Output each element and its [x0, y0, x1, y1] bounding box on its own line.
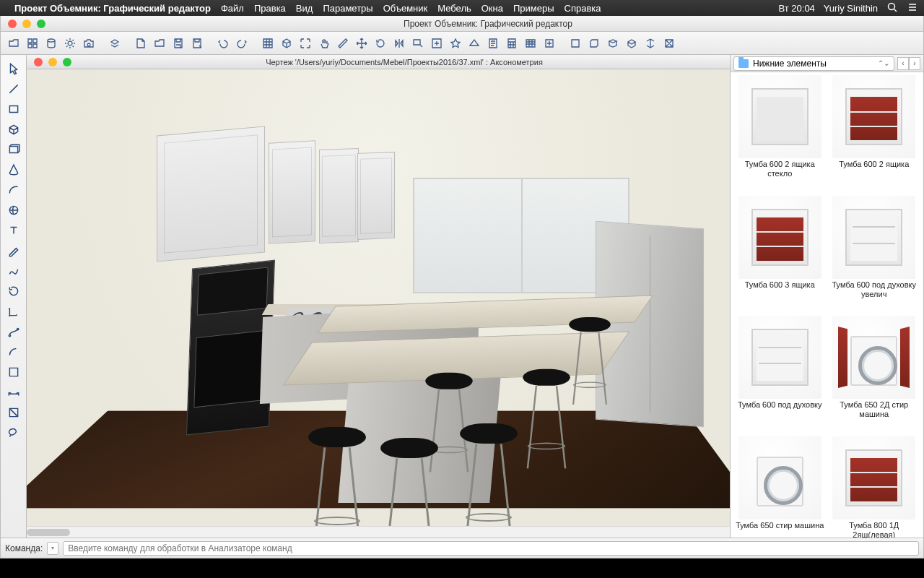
- catalog-item-label: Тумба 600 3 ящика: [733, 280, 827, 290]
- window-zoom-icon[interactable]: [37, 20, 45, 28]
- menu-mebel[interactable]: Мебель: [437, 3, 471, 14]
- notification-center-icon[interactable]: [907, 1, 918, 15]
- tool-axo[interactable]: [642, 35, 659, 52]
- tool-layer-new[interactable]: [106, 35, 123, 52]
- tool-mirror[interactable]: [391, 35, 408, 52]
- status-clock: Вт 20:04: [779, 3, 815, 14]
- tool-report[interactable]: [484, 35, 502, 52]
- tool-hand[interactable]: [315, 35, 333, 52]
- tool-db[interactable]: [43, 35, 60, 52]
- tool-rotate[interactable]: [372, 35, 389, 52]
- ltool-line[interactable]: [6, 81, 22, 97]
- window-close-icon[interactable]: [8, 20, 17, 28]
- catalog-item-label: Тумба 600 под духовку: [733, 400, 827, 410]
- tool-save-as[interactable]: [188, 35, 206, 52]
- ltool-pointer[interactable]: [6, 61, 22, 77]
- command-input[interactable]: [63, 541, 919, 556]
- svg-line-1: [894, 9, 897, 12]
- ltool-box3d[interactable]: [6, 121, 22, 137]
- catalog-item-label: Тумба 650 стир машина: [733, 521, 827, 530]
- window-titlebar[interactable]: Проект Объемник: Графический редактор: [1, 16, 923, 32]
- macos-menubar: Проект Объемник: Графический редактор Фа…: [0, 0, 924, 16]
- tool-save[interactable]: [170, 35, 187, 52]
- ltool-edge[interactable]: [6, 344, 22, 360]
- viewport-3d[interactable]: [27, 69, 730, 558]
- tool-open2[interactable]: [151, 35, 168, 52]
- menu-file[interactable]: Файл: [221, 3, 244, 14]
- ltool-text[interactable]: [6, 223, 22, 238]
- tool-move[interactable]: [353, 35, 370, 52]
- tool-wire[interactable]: [661, 35, 678, 52]
- catalog-panel: Нижние элементы ⌃⌄ ‹ › Тумба 600 2 ящика…: [730, 55, 923, 558]
- tool-zoom-win[interactable]: [409, 35, 427, 52]
- spotlight-icon[interactable]: [886, 1, 898, 15]
- tool-top[interactable]: [604, 35, 622, 52]
- tool-undo[interactable]: [214, 35, 232, 52]
- tool-iso[interactable]: [623, 35, 640, 52]
- tool-calc[interactable]: [503, 35, 520, 52]
- tool-measure[interactable]: [334, 35, 352, 52]
- window-minimize-icon[interactable]: [22, 20, 31, 28]
- tool-redo[interactable]: [233, 35, 250, 52]
- catalog-item[interactable]: Тумба 600 под духовку увелич: [828, 196, 921, 315]
- ltool-section[interactable]: [6, 405, 22, 420]
- doc-zoom-icon[interactable]: [63, 58, 71, 66]
- ltool-dim[interactable]: [6, 384, 22, 400]
- catalog-item-label: Тумба 600 под духовку увелич: [828, 280, 921, 299]
- ltool-cone[interactable]: [6, 162, 22, 178]
- ltool-pen[interactable]: [6, 243, 22, 259]
- ltool-sphere[interactable]: [6, 202, 22, 218]
- catalog-item[interactable]: Тумба 600 под духовку: [733, 316, 827, 435]
- menu-help[interactable]: Справка: [565, 3, 601, 14]
- catalog-item[interactable]: Тумба 600 2 ящика стекло: [733, 75, 827, 194]
- tool-table[interactable]: [522, 35, 539, 52]
- command-history-button[interactable]: ▾: [47, 542, 58, 555]
- menu-examples[interactable]: Примеры: [513, 3, 554, 14]
- tool-camera[interactable]: [80, 35, 97, 52]
- document-titlebar[interactable]: Чертеж '/Users/yuriy/Documents/Mebel/Про…: [27, 55, 730, 69]
- menu-edit[interactable]: Правка: [254, 3, 286, 14]
- command-label: Команда:: [5, 543, 43, 553]
- catalog-item[interactable]: Тумба 650 2Д стир машина: [828, 316, 921, 435]
- tool-front[interactable]: [567, 35, 584, 52]
- doc-close-icon[interactable]: [34, 58, 43, 66]
- tool-box[interactable]: [278, 35, 295, 52]
- menu-params[interactable]: Параметры: [323, 3, 372, 14]
- tool-new[interactable]: [132, 35, 149, 52]
- ltool-rect[interactable]: [6, 101, 22, 117]
- tool-add[interactable]: [541, 35, 558, 52]
- tool-apps[interactable]: [24, 35, 41, 52]
- ltool-path[interactable]: [6, 324, 22, 340]
- menu-obemnik[interactable]: Объемник: [383, 3, 428, 14]
- menu-windows[interactable]: Окна: [481, 3, 503, 14]
- catalog-prev-button[interactable]: ‹: [897, 57, 909, 70]
- ltool-crop[interactable]: [6, 364, 22, 380]
- doc-minimize-icon[interactable]: [48, 58, 57, 66]
- left-toolbar: [1, 55, 27, 558]
- ltool-face[interactable]: [6, 142, 22, 158]
- catalog-grid: Тумба 600 2 ящика стеклоТумба 600 2 ящик…: [731, 72, 923, 558]
- canvas-scrollbar-horizontal[interactable]: [27, 526, 730, 538]
- tool-zoom-fit[interactable]: [428, 35, 445, 52]
- ltool-arc[interactable]: [6, 182, 22, 198]
- tool-grid[interactable]: [259, 35, 276, 52]
- tool-open[interactable]: [5, 35, 22, 52]
- tool-gear[interactable]: [61, 35, 79, 52]
- catalog-item-label: Тумба 650 2Д стир машина: [828, 400, 921, 419]
- tool-expand[interactable]: [297, 35, 314, 52]
- tool-side[interactable]: [585, 35, 603, 52]
- menu-view[interactable]: Вид: [296, 3, 313, 14]
- catalog-category-label: Нижние элементы: [753, 59, 827, 69]
- app-name[interactable]: Проект Объемник: Графический редактор: [14, 3, 211, 14]
- catalog-item[interactable]: Тумба 600 3 ящика: [733, 196, 827, 315]
- catalog-category-select[interactable]: Нижние элементы ⌃⌄: [733, 56, 894, 71]
- catalog-next-button[interactable]: ›: [909, 57, 920, 70]
- catalog-item[interactable]: Тумба 600 2 ящика: [828, 75, 921, 194]
- ltool-rotate[interactable]: [6, 283, 22, 299]
- tool-render[interactable]: [447, 35, 464, 52]
- ltool-curve[interactable]: [6, 263, 22, 279]
- ltool-lasso[interactable]: [6, 425, 22, 441]
- ltool-coord[interactable]: [6, 303, 22, 319]
- tool-materials[interactable]: [466, 35, 483, 52]
- main-window: Проект Объемник: Графический редактор Че…: [0, 16, 924, 558]
